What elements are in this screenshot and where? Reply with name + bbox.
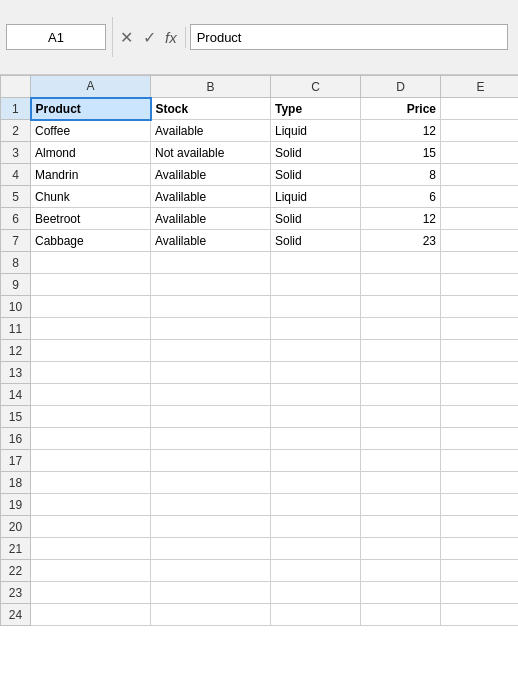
cell-B9[interactable] (151, 274, 271, 296)
cell-D3[interactable]: 15 (361, 142, 441, 164)
cell-E8[interactable] (441, 252, 519, 274)
cell-B21[interactable] (151, 538, 271, 560)
cell-C1[interactable]: Type (271, 98, 361, 120)
cell-C10[interactable] (271, 296, 361, 318)
cell-A21[interactable] (31, 538, 151, 560)
cell-E3[interactable] (441, 142, 519, 164)
cell-C22[interactable] (271, 560, 361, 582)
cell-D2[interactable]: 12 (361, 120, 441, 142)
cell-C5[interactable]: Liquid (271, 186, 361, 208)
cell-A11[interactable] (31, 318, 151, 340)
cell-D13[interactable] (361, 362, 441, 384)
cell-D6[interactable]: 12 (361, 208, 441, 230)
cell-B8[interactable] (151, 252, 271, 274)
cell-D10[interactable] (361, 296, 441, 318)
cell-E16[interactable] (441, 428, 519, 450)
cell-C11[interactable] (271, 318, 361, 340)
cell-E18[interactable] (441, 472, 519, 494)
cell-D19[interactable] (361, 494, 441, 516)
cell-C2[interactable]: Liquid (271, 120, 361, 142)
cell-D21[interactable] (361, 538, 441, 560)
cell-B13[interactable] (151, 362, 271, 384)
cell-E20[interactable] (441, 516, 519, 538)
cell-A4[interactable]: Mandrin (31, 164, 151, 186)
cell-C3[interactable]: Solid (271, 142, 361, 164)
cell-E19[interactable] (441, 494, 519, 516)
cell-C19[interactable] (271, 494, 361, 516)
cell-C12[interactable] (271, 340, 361, 362)
cell-A12[interactable] (31, 340, 151, 362)
col-header-a[interactable]: A (31, 76, 151, 98)
cell-D1[interactable]: Price (361, 98, 441, 120)
cell-A7[interactable]: Cabbage (31, 230, 151, 252)
cell-B12[interactable] (151, 340, 271, 362)
cell-B23[interactable] (151, 582, 271, 604)
cell-E21[interactable] (441, 538, 519, 560)
cell-D4[interactable]: 8 (361, 164, 441, 186)
cell-E13[interactable] (441, 362, 519, 384)
col-header-d[interactable]: D (361, 76, 441, 98)
cell-A15[interactable] (31, 406, 151, 428)
col-header-c[interactable]: C (271, 76, 361, 98)
cell-E10[interactable] (441, 296, 519, 318)
cell-A10[interactable] (31, 296, 151, 318)
cell-B15[interactable] (151, 406, 271, 428)
cell-D22[interactable] (361, 560, 441, 582)
cell-B1[interactable]: Stock (151, 98, 271, 120)
cell-D18[interactable] (361, 472, 441, 494)
cell-D23[interactable] (361, 582, 441, 604)
cell-B4[interactable]: Avalilable (151, 164, 271, 186)
cell-C15[interactable] (271, 406, 361, 428)
cell-C9[interactable] (271, 274, 361, 296)
cell-E24[interactable] (441, 604, 519, 626)
cell-A22[interactable] (31, 560, 151, 582)
cell-A17[interactable] (31, 450, 151, 472)
cell-E22[interactable] (441, 560, 519, 582)
cell-B11[interactable] (151, 318, 271, 340)
cell-D7[interactable]: 23 (361, 230, 441, 252)
cell-B16[interactable] (151, 428, 271, 450)
cell-D14[interactable] (361, 384, 441, 406)
cell-E4[interactable] (441, 164, 519, 186)
cell-C7[interactable]: Solid (271, 230, 361, 252)
cell-B6[interactable]: Avalilable (151, 208, 271, 230)
cell-D20[interactable] (361, 516, 441, 538)
cell-B5[interactable]: Avalilable (151, 186, 271, 208)
cell-E1[interactable] (441, 98, 519, 120)
cell-A3[interactable]: Almond (31, 142, 151, 164)
cell-D24[interactable] (361, 604, 441, 626)
cell-A13[interactable] (31, 362, 151, 384)
cell-C24[interactable] (271, 604, 361, 626)
formula-input[interactable]: Product (190, 24, 508, 50)
cell-B2[interactable]: Available (151, 120, 271, 142)
cell-C14[interactable] (271, 384, 361, 406)
cell-E14[interactable] (441, 384, 519, 406)
cell-A1[interactable]: Product (31, 98, 151, 120)
cell-C18[interactable] (271, 472, 361, 494)
cell-E6[interactable] (441, 208, 519, 230)
cell-B7[interactable]: Avalilable (151, 230, 271, 252)
cell-A23[interactable] (31, 582, 151, 604)
cell-C8[interactable] (271, 252, 361, 274)
cell-C17[interactable] (271, 450, 361, 472)
confirm-icon[interactable]: ✓ (138, 26, 161, 49)
cell-C23[interactable] (271, 582, 361, 604)
cell-B19[interactable] (151, 494, 271, 516)
cell-E17[interactable] (441, 450, 519, 472)
cell-D12[interactable] (361, 340, 441, 362)
cell-A6[interactable]: Beetroot (31, 208, 151, 230)
cell-C21[interactable] (271, 538, 361, 560)
cell-D11[interactable] (361, 318, 441, 340)
cell-B18[interactable] (151, 472, 271, 494)
cell-A8[interactable] (31, 252, 151, 274)
cell-D9[interactable] (361, 274, 441, 296)
cell-C4[interactable]: Solid (271, 164, 361, 186)
cell-A24[interactable] (31, 604, 151, 626)
cell-A9[interactable] (31, 274, 151, 296)
cell-reference-box[interactable]: A1 (6, 24, 106, 50)
cell-D16[interactable] (361, 428, 441, 450)
cell-B17[interactable] (151, 450, 271, 472)
cell-E5[interactable] (441, 186, 519, 208)
cell-B14[interactable] (151, 384, 271, 406)
cell-C16[interactable] (271, 428, 361, 450)
